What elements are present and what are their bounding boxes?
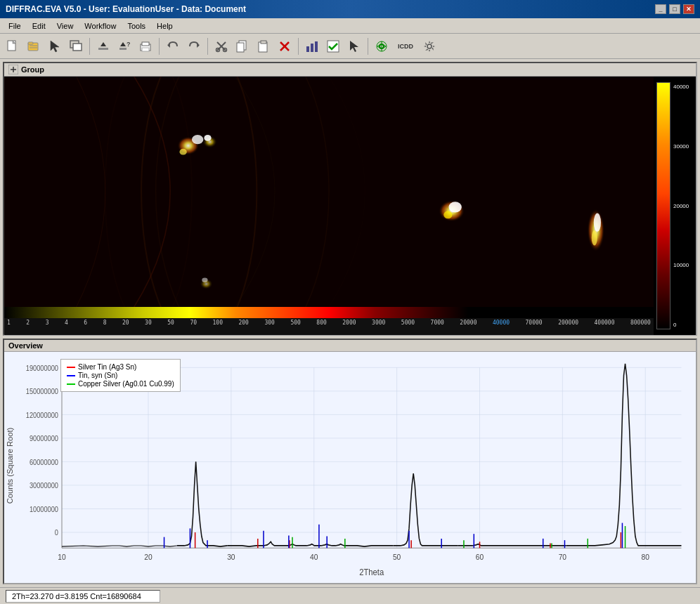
ruler-label: 20000 — [460, 320, 477, 326]
svg-point-60 — [202, 277, 207, 282]
ruler-label: 40000 — [493, 320, 510, 326]
svg-rect-16 — [142, 48, 149, 51]
svg-point-54 — [448, 202, 461, 212]
svg-text:?: ? — [127, 41, 131, 48]
separator-2 — [159, 38, 160, 55]
import-button[interactable] — [93, 37, 113, 56]
colorbar-label: 10000 — [673, 262, 689, 268]
check-button[interactable] — [323, 37, 343, 56]
menu-view[interactable]: View — [51, 20, 79, 32]
delete-button[interactable] — [275, 37, 294, 56]
link-button[interactable] — [372, 37, 391, 56]
menu-tools[interactable]: Tools — [122, 20, 151, 32]
ruler-label: 800000 — [630, 320, 651, 326]
titlebar: DIFFRAC.EVA V5.0 - User: EvaluationUser … — [0, 0, 700, 18]
ruler-label: 8 — [103, 320, 107, 326]
cursor-mode-button[interactable] — [344, 37, 364, 56]
svg-rect-29 — [306, 46, 309, 52]
chart-button[interactable] — [302, 37, 322, 56]
window-button[interactable] — [66, 37, 86, 56]
svg-text:50: 50 — [393, 553, 401, 562]
svg-rect-15 — [142, 42, 149, 46]
select-button[interactable] — [45, 37, 65, 56]
ruler-label: 300 — [264, 320, 274, 326]
svg-text:0: 0 — [55, 529, 58, 537]
svg-rect-26 — [261, 41, 266, 44]
copy-button[interactable] — [233, 37, 252, 56]
statusbar-text: 2Th=23.270 d=3.8195 Cnt=16890684 — [12, 592, 141, 600]
svg-text:120000000: 120000000 — [26, 411, 58, 419]
minimize-button[interactable]: _ — [655, 4, 666, 14]
import-help-button[interactable]: ? — [115, 37, 134, 56]
menu-edit[interactable]: Edit — [27, 20, 51, 32]
svg-marker-12 — [120, 42, 126, 46]
paste-button[interactable] — [254, 37, 273, 56]
ruler-label: 2000 — [342, 320, 356, 326]
legend-item-silver-tin: Silver Tin (Ag3 Sn) — [67, 363, 174, 371]
svg-rect-46 — [4, 77, 654, 307]
svg-rect-31 — [315, 41, 318, 52]
ruler-label: 200000 — [558, 320, 578, 326]
menu-workflow[interactable]: Workflow — [79, 20, 122, 32]
ruler-label: 4 — [65, 320, 68, 326]
ruler-label: 800 — [316, 320, 326, 326]
chart-legend: Silver Tin (Ag3 Sn) Tin, syn (Sn) Copper… — [60, 359, 181, 392]
icdd-button[interactable]: ICDD — [393, 37, 418, 56]
cut-button[interactable] — [212, 37, 231, 56]
legend-item-tin: Tin, syn (Sn) — [67, 372, 174, 379]
legend-label-tin: Tin, syn (Sn) — [78, 372, 117, 379]
separator-5 — [368, 38, 368, 55]
colorbar-label: 30000 — [673, 143, 689, 150]
ruler-label: 70000 — [526, 320, 543, 326]
ruler-label: 200 — [238, 320, 248, 326]
statusbar: 2Th=23.270 d=3.8195 Cnt=16890684 — [0, 587, 700, 604]
close-button[interactable]: ✕ — [683, 4, 694, 14]
svg-point-49 — [179, 149, 186, 155]
legend-color-copper-silver — [67, 383, 75, 385]
legend-label-copper-silver: Copper Silver (Ag0.01 Cu0.99) — [78, 380, 174, 388]
svg-text:Counts (Square Root): Counts (Square Root) — [6, 428, 14, 504]
toolbar: ? ICDD — [0, 34, 700, 59]
ruler-label: 7000 — [431, 320, 444, 326]
svg-rect-24 — [237, 43, 244, 52]
diffraction-canvas — [4, 77, 654, 307]
menubar: File Edit View Workflow Tools Help — [0, 18, 700, 34]
new-button[interactable] — [3, 37, 22, 56]
ruler-label: 20 — [122, 320, 129, 326]
ruler-label: 70 — [190, 320, 197, 326]
ruler-label: 5000 — [401, 320, 415, 326]
svg-text:80: 80 — [642, 553, 649, 562]
svg-text:190000000: 190000000 — [26, 364, 58, 372]
svg-text:150000000: 150000000 — [26, 388, 58, 395]
print-button[interactable] — [136, 37, 155, 56]
legend-color-tin — [67, 375, 75, 376]
svg-marker-6 — [51, 41, 59, 52]
menu-file[interactable]: File — [3, 20, 27, 32]
maximize-button[interactable]: □ — [669, 4, 680, 14]
colorbar-label: 20000 — [673, 203, 689, 209]
diffraction-image[interactable]: 1 2 3 4 6 8 20 30 50 70 100 200 300 500 — [4, 77, 654, 335]
group-title: Group — [21, 65, 44, 74]
ruler-label: 2 — [26, 320, 30, 326]
ruler-label: 400000 — [595, 320, 615, 326]
svg-rect-3 — [28, 42, 33, 44]
undo-button[interactable] — [163, 37, 183, 56]
gear-button[interactable] — [420, 37, 439, 56]
svg-text:20: 20 — [144, 553, 152, 562]
open-button[interactable] — [24, 37, 44, 56]
svg-point-37 — [427, 44, 432, 48]
menu-help[interactable]: Help — [151, 20, 179, 32]
svg-text:60000000: 60000000 — [30, 459, 58, 466]
ruler-label: 3 — [46, 320, 49, 326]
ruler-label: 3000 — [372, 320, 385, 326]
colorbar-label: 0 — [673, 322, 689, 328]
overview-header: Overview — [4, 340, 696, 352]
overview-chart-area[interactable]: Silver Tin (Ag3 Sn) Tin, syn (Sn) Copper… — [4, 352, 696, 579]
ruler-label: 30 — [145, 320, 152, 326]
svg-text:60: 60 — [476, 553, 484, 562]
svg-point-58 — [592, 230, 597, 246]
colorbar: 40000 30000 20000 10000 0 — [654, 77, 696, 335]
svg-point-57 — [594, 214, 601, 232]
legend-item-copper-silver: Copper Silver (Ag0.01 Cu0.99) — [67, 380, 174, 388]
redo-button[interactable] — [184, 37, 204, 56]
